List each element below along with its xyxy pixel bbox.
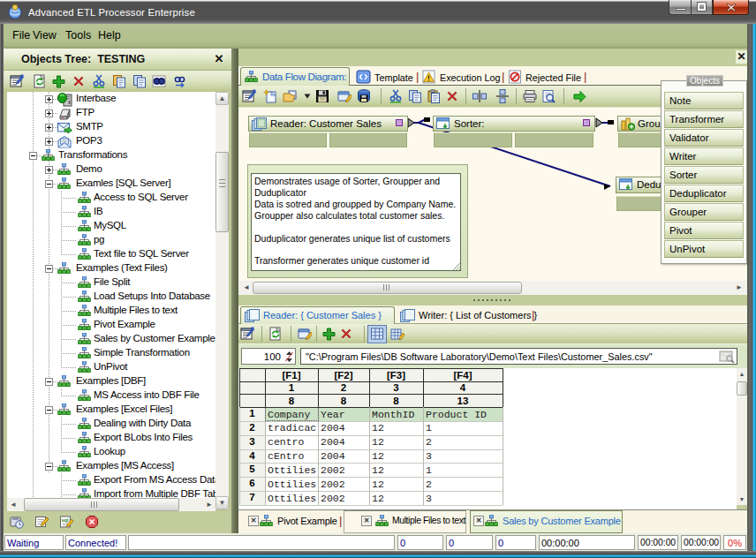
svg-text:sql: sql [62,517,69,523]
